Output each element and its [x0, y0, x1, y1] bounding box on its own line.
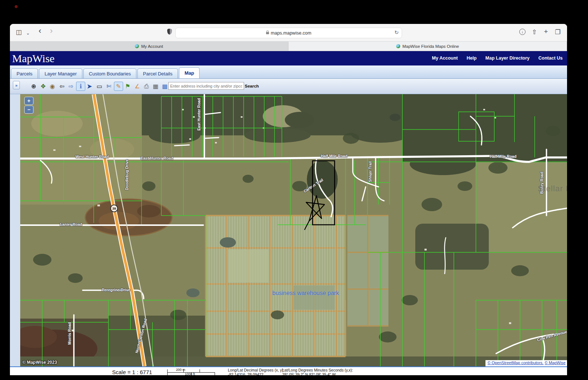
favicon-globe-icon [135, 44, 139, 48]
browser-tab-mapwise[interactable]: MapWise Florida Maps Online [288, 42, 567, 51]
pan-icon[interactable]: ✥ [39, 82, 48, 91]
coords-decimal: Long/Lat Decimal Degrees (x, y): -82.143… [228, 368, 284, 375]
lock-icon [266, 32, 269, 34]
markup-icon[interactable]: ⚑ [123, 82, 132, 91]
identify-icon[interactable]: ℹ [76, 82, 85, 91]
forward-icon[interactable]: › [50, 27, 53, 35]
header-nav: My Account Help Map Layer Directory Cont… [432, 56, 563, 61]
downloads-icon[interactable]: ↓ [519, 29, 526, 35]
mapwise-attribution-link[interactable]: © MapWise [545, 361, 566, 365]
nav-map-layer-directory[interactable]: Map Layer Directory [485, 56, 530, 61]
scale-bar: 200 m 1000 ft [167, 367, 215, 375]
window-control-dot [15, 5, 18, 8]
coords-decimal-label: Long/Lat Decimal Degrees (x, y): [228, 368, 284, 372]
map-region: West Hunter Road East Hunter Road Half M… [10, 94, 567, 366]
map-copyright-badge: © MapWise 2023 [22, 360, 57, 365]
zoom-out-button[interactable]: − [24, 106, 33, 114]
aerial-imagery [20, 94, 567, 366]
browser-toolbar: ◫ ⌄ ‹ › maps.mapwise.com ↻ ↓ ⇧ + ❐ [10, 24, 567, 42]
road-label: Half Mile Road [490, 154, 516, 159]
scale-text: Scale = 1 : 6771 [112, 369, 152, 375]
collapse-panel-button[interactable]: » [13, 81, 20, 89]
tab-parcel-details[interactable]: Parcel Details [137, 68, 178, 78]
app-tab-bar: Parcels Layer Manager Custom Boundaries … [10, 65, 567, 79]
tab-custom-boundaries[interactable]: Custom Boundaries [83, 68, 136, 78]
coords-dms: Lat/Long Degrees Minutes Seconds (y,x): … [282, 368, 353, 375]
road-label: East Hunter Road [197, 98, 201, 131]
back-icon[interactable]: ‹ [39, 27, 41, 35]
new-tab-icon[interactable]: + [544, 28, 548, 36]
mls-watermark: Stellar MLS [538, 184, 567, 193]
screenshot-root: { "browser": { "url": "maps.mapwise.com"… [0, 0, 588, 380]
save-icon[interactable]: ▦ [151, 82, 160, 91]
print-icon[interactable]: ⎙ [142, 82, 151, 91]
browser-tab-strip: My Account MapWise Florida Maps Online [10, 42, 567, 51]
select-rectangle-icon[interactable]: ▭ [95, 82, 104, 91]
browser-tab-title: My Account [141, 44, 163, 49]
poi-label: business warehouse park [272, 290, 339, 296]
scalebar-imperial-label: 1000 ft [185, 372, 195, 375]
favicon-globe-icon [396, 44, 400, 48]
next-extent-icon[interactable]: ⇨ [67, 82, 76, 91]
mapwise-logo: MapWise [12, 52, 54, 65]
draw-icon[interactable]: ✎ [114, 82, 123, 91]
browser-window: ◫ ⌄ ‹ › maps.mapwise.com ↻ ↓ ⇧ + ❐ My Ac… [10, 24, 567, 375]
road-label: Doodlebug Drive [125, 159, 129, 190]
map-canvas[interactable]: West Hunter Road East Hunter Road Half M… [20, 94, 567, 366]
zoom-extent-icon[interactable]: ◉ [48, 82, 57, 91]
sidebar-icon[interactable]: ◫ [16, 28, 22, 36]
coords-dms-label: Lat/Long Degrees Minutes Seconds (y,x): [282, 368, 353, 372]
route-shield-39: 39 [110, 205, 118, 212]
select-pointer-icon[interactable]: ➤ [85, 82, 94, 91]
browser-tab-title: MapWise Florida Maps Online [402, 44, 459, 49]
collapsed-layer-panel[interactable] [10, 94, 21, 366]
app-header: MapWise My Account Help Map Layer Direct… [10, 51, 567, 65]
browser-tab-my-account[interactable]: My Account [10, 42, 288, 51]
nav-contact-us[interactable]: Contact Us [538, 56, 563, 61]
coords-decimal-value: -82.14316, 28.09422 [228, 372, 284, 375]
nav-my-account[interactable]: My Account [432, 56, 458, 61]
share-icon[interactable]: ⇧ [532, 28, 537, 36]
tab-parcels[interactable]: Parcels [11, 68, 38, 78]
scalebar-metric-label: 200 m [176, 368, 185, 372]
osm-attribution-link[interactable]: © OpenStreetMap contributors, [488, 361, 544, 365]
nav-help[interactable]: Help [467, 56, 477, 61]
road-label: East Hunter Road [141, 156, 173, 160]
previous-extent-icon[interactable]: ⇦ [57, 82, 67, 91]
zoom-in-button[interactable]: + [24, 97, 33, 105]
map-toolbar: » ⊕ ✥ ◉ ⇦ ⇨ ℹ ➤ ▭ ✄ ✎ ⚑ ∠ ⎙ ▦ ▩ Search [10, 79, 567, 94]
map-attribution: © OpenStreetMap contributors, © MapWise [485, 360, 567, 366]
search-button[interactable]: Search [243, 82, 261, 90]
road-label: West Hunter Road [75, 155, 109, 159]
road-label: Morris Road [67, 322, 72, 345]
coords-dms-value: 28° 05' 39.2" N 82° 08' 35.4" W [282, 372, 353, 375]
url-text: maps.mapwise.com [271, 31, 311, 36]
address-bar[interactable]: maps.mapwise.com ↻ [175, 28, 402, 38]
road-label: Shiver Trail [368, 161, 372, 182]
tab-layer-manager[interactable]: Layer Manager [39, 68, 82, 78]
chevron-down-icon[interactable]: ⌄ [26, 29, 30, 37]
privacy-shield-icon[interactable] [167, 29, 172, 35]
tab-overview-icon[interactable]: ❐ [555, 28, 560, 36]
zoom-in-icon[interactable]: ⊕ [29, 82, 38, 91]
tab-map[interactable]: Map [179, 67, 200, 78]
road-label: Half Mile Road [321, 154, 347, 158]
measure-icon[interactable]: ✄ [104, 82, 114, 91]
reload-icon[interactable]: ↻ [394, 29, 399, 35]
zoom-control: + − [24, 97, 33, 114]
address-search-input[interactable] [168, 82, 244, 90]
road-label: Lanier Road [60, 222, 82, 227]
map-status-bar: Scale = 1 : 6771 200 m 1000 ft Long/Lat … [10, 366, 567, 375]
road-label: Peregrine Drive [102, 288, 130, 292]
measure-path-icon[interactable]: ∠ [133, 82, 142, 91]
